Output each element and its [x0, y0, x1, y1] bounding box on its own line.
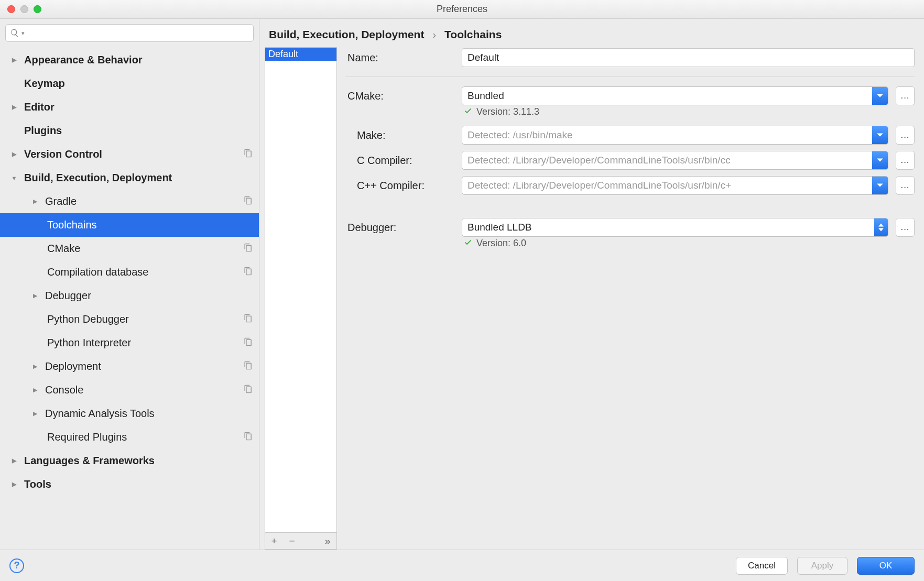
- tree-item-label: Tools: [24, 478, 253, 490]
- chevron-right-icon[interactable]: ▶: [9, 481, 19, 488]
- tree-item-label: Python Interpreter: [47, 337, 244, 349]
- tree-item[interactable]: ▶Dynamic Analysis Tools: [0, 402, 259, 425]
- tree-item-label: Console: [45, 384, 244, 396]
- copy-settings-icon: [244, 431, 253, 443]
- tree-item[interactable]: ▶Languages & Frameworks: [0, 449, 259, 473]
- tree-item-label: Build, Execution, Deployment: [24, 172, 253, 184]
- main-panel: Build, Execution, Deployment › Toolchain…: [259, 19, 924, 550]
- copy-settings-icon: [244, 384, 253, 396]
- debugger-browse-button[interactable]: ...: [896, 218, 915, 237]
- tree-item-label: Keymap: [24, 78, 253, 90]
- add-toolchain-button[interactable]: +: [265, 533, 283, 549]
- settings-tree[interactable]: ▶Appearance & BehaviorKeymap▶EditorPlugi…: [0, 46, 259, 550]
- tree-item-label: Compilation database: [47, 266, 244, 278]
- ok-button[interactable]: OK: [857, 557, 915, 575]
- copy-settings-icon: [244, 243, 253, 255]
- chevron-right-icon[interactable]: ▶: [9, 151, 19, 158]
- tree-item[interactable]: ▶Tools: [0, 473, 259, 496]
- tree-item-label: Languages & Frameworks: [24, 455, 253, 467]
- tree-item[interactable]: ▼Build, Execution, Deployment: [0, 166, 259, 190]
- tree-item[interactable]: Toolchains: [0, 213, 259, 237]
- cpp-compiler-browse-button[interactable]: ...: [896, 176, 915, 195]
- tree-item-label: Toolchains: [47, 219, 253, 231]
- tree-item[interactable]: ▶Editor: [0, 95, 259, 119]
- apply-button: Apply: [797, 557, 847, 575]
- copy-settings-icon: [244, 266, 253, 278]
- c-compiler-label: C Compiler:: [345, 155, 454, 167]
- tree-item-label: Deployment: [45, 360, 244, 372]
- tree-item-label: Appearance & Behavior: [24, 54, 253, 66]
- cmake-browse-button[interactable]: ...: [896, 86, 915, 105]
- toolchain-list-toolbar: + − »: [265, 533, 337, 550]
- chevron-right-icon[interactable]: ▶: [9, 57, 19, 63]
- chevron-down-icon: [872, 177, 888, 194]
- tree-item[interactable]: Keymap: [0, 72, 259, 95]
- remove-toolchain-button[interactable]: −: [283, 533, 301, 549]
- chevron-down-icon: [872, 126, 888, 144]
- name-field[interactable]: Default: [462, 48, 915, 67]
- breadcrumb-separator: ›: [432, 28, 436, 40]
- chevron-right-icon[interactable]: ▶: [30, 292, 40, 299]
- make-browse-button[interactable]: ...: [896, 126, 915, 145]
- tree-item[interactable]: ▶Debugger: [0, 284, 259, 308]
- cmake-label: CMake:: [345, 90, 454, 102]
- chevron-right-icon[interactable]: ▶: [30, 387, 40, 393]
- cpp-compiler-combo[interactable]: Detected: /Library/Developer/CommandLine…: [462, 176, 888, 195]
- tree-item-label: Required Plugins: [47, 431, 244, 443]
- window-title: Preferences: [0, 4, 924, 15]
- tree-item[interactable]: ▶Appearance & Behavior: [0, 48, 259, 72]
- toolchain-list[interactable]: Default: [265, 47, 337, 533]
- check-icon: [464, 106, 472, 117]
- tree-item[interactable]: Compilation database: [0, 260, 259, 284]
- breadcrumb-current: Toolchains: [444, 28, 502, 40]
- copy-settings-icon: [244, 195, 253, 207]
- divider: [345, 76, 915, 77]
- breadcrumb: Build, Execution, Deployment › Toolchain…: [259, 19, 924, 47]
- cpp-compiler-label: C++ Compiler:: [345, 180, 454, 192]
- make-label: Make:: [345, 129, 454, 141]
- toolchain-list-panel: Default + − »: [265, 47, 337, 550]
- chevron-down-icon[interactable]: ▼: [9, 175, 19, 181]
- tree-item[interactable]: Python Interpreter: [0, 331, 259, 355]
- c-compiler-combo[interactable]: Detected: /Library/Developer/CommandLine…: [462, 151, 888, 170]
- breadcrumb-parent[interactable]: Build, Execution, Deployment: [269, 28, 424, 40]
- chevron-right-icon[interactable]: ▶: [30, 410, 40, 417]
- tree-item[interactable]: ▶Deployment: [0, 355, 259, 378]
- chevron-right-icon[interactable]: ▶: [9, 104, 19, 111]
- search-input[interactable]: ▾: [5, 24, 254, 42]
- search-dropdown-icon: ▾: [21, 30, 25, 37]
- tree-item[interactable]: ▶Gradle: [0, 190, 259, 213]
- tree-item[interactable]: CMake: [0, 237, 259, 260]
- preferences-sidebar: ▾ ▶Appearance & BehaviorKeymap▶EditorPlu…: [0, 19, 259, 550]
- chevron-right-icon[interactable]: ▶: [30, 363, 40, 370]
- tree-item-label: Debugger: [45, 290, 253, 302]
- tree-item-label: Plugins: [24, 125, 253, 137]
- copy-settings-icon: [244, 337, 253, 349]
- copy-settings-icon: [244, 148, 253, 160]
- make-combo[interactable]: Detected: /usr/bin/make: [462, 126, 888, 145]
- tree-item[interactable]: Required Plugins: [0, 425, 259, 449]
- copy-settings-icon: [244, 360, 253, 372]
- dialog-footer: ? Cancel Apply OK: [0, 550, 924, 581]
- name-label: Name:: [345, 52, 454, 64]
- chevron-down-icon: [872, 151, 888, 169]
- chevron-right-icon[interactable]: ▶: [9, 457, 19, 464]
- debugger-select[interactable]: Bundled LLDB: [462, 218, 888, 237]
- titlebar: Preferences: [0, 0, 924, 19]
- tree-item[interactable]: Plugins: [0, 119, 259, 142]
- tree-item[interactable]: ▶Version Control: [0, 142, 259, 166]
- c-compiler-browse-button[interactable]: ...: [896, 151, 915, 170]
- toolchain-form: Name: Default CMake: Bundled ... Version…: [345, 47, 915, 550]
- tree-item-label: Python Debugger: [47, 313, 244, 325]
- tree-item[interactable]: Python Debugger: [0, 308, 259, 331]
- more-actions-button[interactable]: »: [319, 533, 336, 549]
- debugger-status: Version: 6.0: [345, 238, 915, 249]
- cancel-button[interactable]: Cancel: [736, 557, 788, 575]
- cmake-combo[interactable]: Bundled: [462, 86, 888, 105]
- help-button[interactable]: ?: [9, 558, 24, 573]
- chevron-right-icon[interactable]: ▶: [30, 198, 40, 205]
- search-icon: [10, 28, 19, 38]
- toolchain-list-item[interactable]: Default: [265, 48, 336, 61]
- debugger-label: Debugger:: [345, 222, 454, 234]
- tree-item[interactable]: ▶Console: [0, 378, 259, 402]
